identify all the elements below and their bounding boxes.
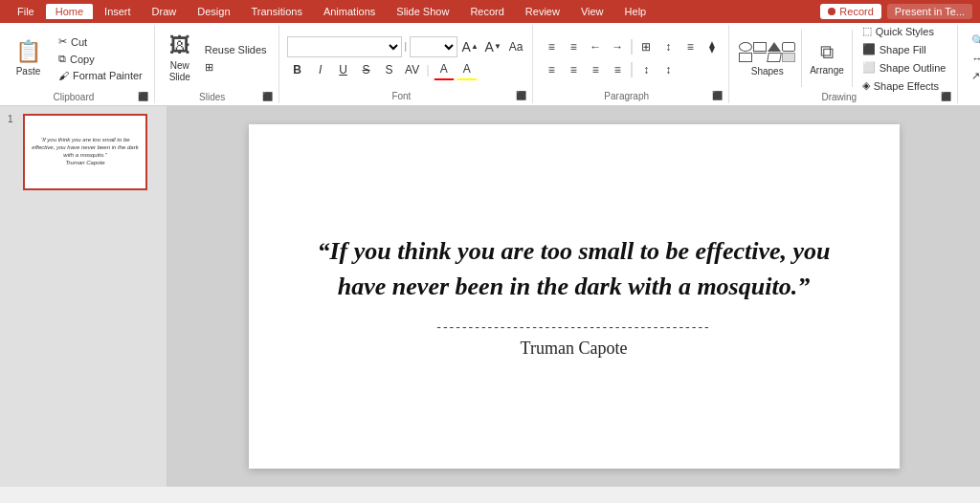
replace-button[interactable]: ↔ Replace ▾ (966, 51, 980, 66)
strikethrough-button[interactable]: S (356, 59, 377, 80)
shadow-button[interactable]: S (379, 59, 400, 80)
slide-thumbnail[interactable]: “If you think you are too small to be ef… (23, 114, 147, 190)
align-left-button[interactable]: ≡ (541, 59, 562, 80)
underline-button[interactable]: U (333, 59, 354, 80)
text-direction-button[interactable]: ↕ (657, 36, 679, 57)
menu-animations[interactable]: Animations (314, 4, 385, 19)
reuse-slides-button[interactable]: Reuse Slides (199, 42, 273, 57)
titlebar-right: Record Present in Te... (820, 4, 972, 19)
line-spacing-button[interactable]: ↕ (635, 59, 657, 80)
editing-label: Editing (966, 91, 980, 101)
shape-fill-button[interactable]: ⬛ Shape Fill (857, 41, 952, 57)
new-slide-icon: 🖼 (169, 33, 190, 58)
cut-button[interactable]: ✂ Cut (53, 33, 148, 50)
menu-help[interactable]: Help (615, 4, 657, 19)
clear-format-button[interactable]: Aa (505, 36, 526, 57)
decrease-font-button[interactable]: A▼ (482, 36, 503, 57)
drawing-expand-icon[interactable]: ⬛ (941, 92, 951, 101)
char-spacing-button[interactable]: AV (402, 59, 423, 80)
quick-styles-button[interactable]: ⬚ Quick Styles (857, 23, 952, 39)
shape-rect-icon (753, 42, 767, 52)
font-expand-icon[interactable]: ⬛ (516, 91, 526, 100)
editing-group: 🔍 Find ↔ Replace ▾ ↗ Select ▾ Editing (960, 25, 980, 103)
justify-button[interactable]: ≡ (607, 59, 628, 80)
indent-less-button[interactable]: ← (585, 36, 606, 57)
slides-group: 🖼 New Slide Reuse Slides ⊞ Slides ⬛ (157, 25, 279, 103)
menu-file[interactable]: File (8, 4, 44, 19)
bold-button[interactable]: B (287, 59, 308, 80)
paragraph-expand-icon[interactable]: ⬛ (712, 91, 723, 100)
replace-icon: ↔ (971, 53, 980, 64)
menu-review[interactable]: Review (516, 4, 569, 19)
find-button[interactable]: 🔍 Find (966, 33, 980, 49)
highlight-button[interactable]: A (457, 59, 478, 80)
drawing-divider2 (852, 30, 853, 87)
drawing-group: Shapes ⧉ Arrange ⬚ Quick Styles ⬛ (731, 25, 958, 103)
record-button[interactable]: Record (820, 4, 880, 19)
shapes-label: Shapes (751, 66, 784, 77)
font-family-select[interactable] (287, 36, 402, 57)
quote-text: “If you think you are too small to be ef… (317, 234, 830, 304)
font-size-select[interactable] (410, 36, 457, 57)
shapes-button[interactable]: Shapes (737, 40, 797, 77)
increase-font-button[interactable]: A▲ (459, 36, 480, 57)
align-right-button[interactable]: ≡ (585, 59, 606, 80)
clipboard-expand-icon[interactable]: ⬛ (138, 92, 148, 101)
align-text-button[interactable]: ≡ (679, 36, 701, 57)
paste-icon: 📋 (15, 39, 41, 64)
paragraph-spacing-button[interactable]: ↕ (657, 59, 679, 80)
shape-para-icon (767, 53, 782, 62)
select-button[interactable]: ↗ Select ▾ (966, 68, 980, 84)
font-label: Font (287, 91, 517, 101)
arrange-label: Arrange (810, 65, 844, 76)
menu-draw[interactable]: Draw (143, 4, 187, 19)
clipboard-label: Clipboard (10, 92, 138, 102)
convert-to-smartart-button[interactable]: ⧫ (702, 36, 723, 57)
indent-more-button[interactable]: → (607, 36, 628, 57)
paste-button[interactable]: 📋 Paste (10, 27, 47, 90)
numbering-button[interactable]: ≡ (563, 36, 584, 57)
menu-slideshow[interactable]: Slide Show (387, 4, 458, 19)
columns-button[interactable]: ⊞ (635, 36, 657, 57)
slide-thumb-content: “If you think you are too small to be ef… (25, 133, 145, 170)
quick-styles-icon: ⬚ (862, 25, 872, 37)
menu-view[interactable]: View (571, 4, 613, 19)
shape-outline-button[interactable]: ⬜ Shape Outline (857, 59, 952, 76)
font-divider2: | (427, 63, 430, 77)
layout-button[interactable]: ⊞ (199, 59, 273, 76)
format-painter-icon: 🖌 (58, 70, 69, 81)
shape-fill-icon: ⬛ (862, 43, 876, 55)
menu-design[interactable]: Design (188, 4, 239, 19)
present-button[interactable]: Present in Te... (887, 4, 972, 19)
menu-tabs: File Home Insert Draw Design Transitions… (8, 4, 820, 19)
drawing-label: Drawing (737, 92, 941, 102)
format-painter-button[interactable]: 🖌 Format Painter (53, 68, 148, 83)
arrange-button[interactable]: ⧉ Arrange (806, 27, 848, 90)
slides-expand-icon[interactable]: ⬛ (262, 92, 273, 101)
slide-canvas[interactable]: “If you think you are too small to be ef… (249, 124, 900, 469)
new-slide-button[interactable]: 🖼 New Slide (163, 27, 197, 90)
copy-button[interactable]: ⧉ Copy (53, 51, 148, 67)
italic-button[interactable]: I (310, 59, 331, 80)
font-color-button[interactable]: A (434, 59, 455, 80)
cut-icon: ✂ (58, 35, 67, 48)
drawing-divider1 (801, 30, 802, 87)
menu-insert[interactable]: Insert (95, 4, 141, 19)
menu-home[interactable]: Home (46, 4, 93, 19)
shape-line-icon (753, 53, 767, 62)
paragraph-label: Paragraph (541, 91, 712, 101)
ribbon-groups: 📋 Paste ✂ Cut ⧉ Copy 🖌 Format Painter (0, 23, 980, 105)
ribbon: 📋 Paste ✂ Cut ⧉ Copy 🖌 Format Painter (0, 23, 980, 106)
font-divider: | (405, 41, 408, 52)
menu-transitions[interactable]: Transitions (242, 4, 312, 19)
layout-icon: ⊞ (205, 61, 213, 74)
menu-record[interactable]: Record (460, 4, 513, 19)
font-group: | A▲ A▼ Aa B I U S S AV | A (281, 25, 534, 103)
slide-panel: 1 “If you think you are too small to be … (0, 106, 167, 487)
align-center-button[interactable]: ≡ (563, 59, 584, 80)
shape-misc-icon (782, 53, 795, 62)
title-bar: File Home Insert Draw Design Transitions… (0, 0, 980, 23)
slide-thumbnail-container: 1 “If you think you are too small to be … (8, 114, 159, 190)
bullets-button[interactable]: ≡ (541, 36, 562, 57)
shape-oval-icon (739, 42, 752, 52)
